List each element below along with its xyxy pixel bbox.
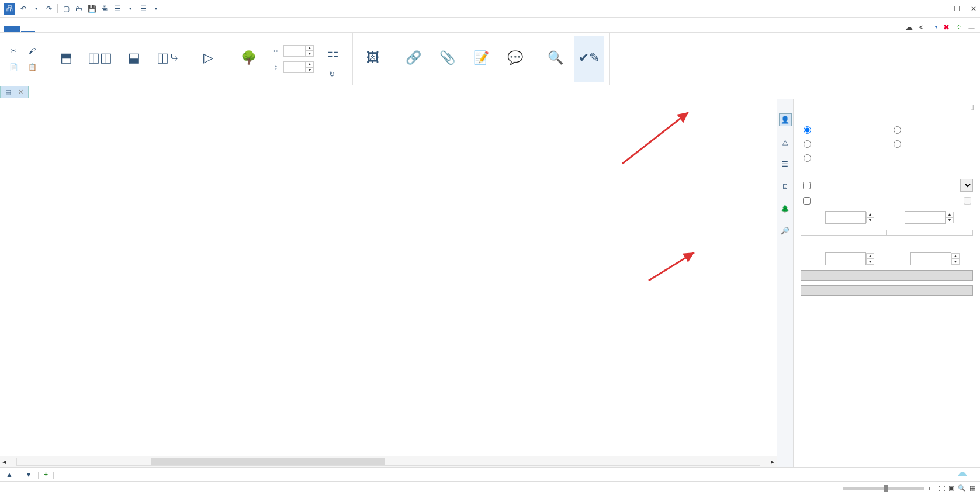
zoom-magnify-icon[interactable]: 🔍 [958,484,966,492]
fit-page-icon[interactable]: ▣ [948,484,954,492]
photo-pos-select[interactable] [960,179,973,192]
width-input[interactable] [283,45,306,57]
pin-icon[interactable]: ✖ [943,23,950,32]
insert-link-button[interactable]: 🔗 [398,36,428,82]
tab-page-style[interactable] [36,26,50,32]
insert-parent-button[interactable]: ⬒ [51,36,81,82]
spell-check-button[interactable]: ✔✎ [574,36,604,82]
ribbon-clipboard-group: ✂ 🖌 📄 📋 [0,33,46,85]
tab-data[interactable] [51,26,65,32]
side-toolstrip: 👤 △ ☰ 🗓 🌲 🔎 [777,99,793,467]
copy-icon[interactable]: 📄 [6,61,21,74]
insert-attach-button[interactable]: 📎 [432,36,462,82]
undo-icon[interactable]: ↶ [19,4,28,13]
undo-dropdown-icon[interactable]: ▾ [32,4,41,13]
add-page-button[interactable]: + [44,470,48,479]
redo-icon[interactable]: ↷ [44,4,54,13]
indent-icon[interactable]: ☰ [138,4,148,13]
vertical-text-check[interactable] [961,195,973,206]
width-icon: ↔ [268,44,283,57]
page-expand-icon[interactable]: ▲ [4,470,15,479]
ribbon-select-group: ▷ [188,33,228,85]
close-tab-icon[interactable]: ✕ [18,88,23,96]
fields-icon[interactable]: ☰ [779,158,792,171]
tab-view[interactable] [97,26,111,32]
radio-selected-shape[interactable] [801,124,884,134]
height-spinner[interactable]: ↕ ▲▼ [268,61,314,74]
radio-same-level[interactable] [891,124,974,134]
app-icon: 品 [4,3,15,15]
login-dropdown-icon[interactable]: ▾ [935,25,937,30]
horizontal-scrollbar[interactable]: ◂ ▸ [0,456,777,467]
col-attr [801,230,844,236]
theme-icon[interactable]: △ [779,136,792,148]
cut-icon[interactable]: ✂ [6,44,21,57]
save-icon[interactable]: 💾 [87,4,96,13]
format-brush-icon[interactable]: 🖌 [25,44,40,57]
tab-slides[interactable] [67,26,81,32]
display-options-icon[interactable]: 👤 [779,113,792,126]
file-tab[interactable] [4,26,20,32]
layout-field-role[interactable] [801,285,973,296]
svg-line-1 [649,252,694,281]
fit-width-icon[interactable]: ⛶ [939,485,945,492]
tab-help[interactable] [112,26,126,32]
zoom-in-icon[interactable]: + [928,485,931,492]
svg-line-0 [622,112,688,164]
outdent-icon[interactable]: ☰ [113,4,122,13]
box-width-spinner[interactable]: ▲▼ [825,211,874,224]
insert-assistant-button[interactable]: ◫⤷ [153,36,183,82]
radio-whole-branch[interactable] [891,139,974,148]
tab-start[interactable] [21,25,35,32]
new-icon[interactable]: ▢ [61,4,71,13]
insert-sibling-button[interactable]: ◫◫ [85,36,115,82]
keep-size-check[interactable] [801,195,812,206]
optimize-layout-button[interactable]: ⚏ [318,40,348,69]
calendar-icon[interactable]: 🗓 [779,180,792,193]
find-replace-button[interactable]: 🔍 [540,36,570,82]
window-controls: — ☐ ✕ [936,5,976,13]
layout-field-name[interactable] [801,270,973,281]
print-icon[interactable]: 🖶 [100,4,109,13]
cloud-icon[interactable]: ☁ [905,23,913,32]
insert-photo-button[interactable]: 🖼 [358,36,388,82]
reset-button[interactable]: ↻ [329,70,337,78]
share-icon[interactable]: < [919,23,923,32]
canvas[interactable] [0,99,777,456]
panel-pin-icon[interactable]: ▯ [970,103,974,111]
show-photo-check[interactable] [801,180,812,191]
zoom-slider[interactable] [843,487,924,490]
select-button[interactable]: ▷ [193,36,223,82]
overview-icon[interactable]: ▦ [969,484,975,492]
layout-button[interactable]: 🌳 [233,36,264,82]
radio-same-branch-peers[interactable] [801,139,884,148]
radio-whole-chart[interactable] [801,153,884,162]
insert-comment-button[interactable]: 💬 [500,36,530,82]
page-dropdown-icon[interactable]: ▾ [25,470,33,479]
scroll-left-icon[interactable]: ◂ [0,458,8,466]
apps-icon[interactable]: ⁘ [955,23,962,32]
document-tab[interactable]: ▤ ✕ [0,86,29,98]
open-icon[interactable]: 🗁 [74,4,84,13]
paste-icon[interactable]: 📋 [25,61,40,74]
scrollbar-thumb[interactable] [151,458,385,465]
search-panel-icon[interactable]: 🔎 [779,224,792,237]
apply-to-section [794,115,980,169]
box-height-spinner[interactable]: ▲▼ [905,211,954,224]
v-spinner[interactable]: ▲▼ [825,252,874,265]
h-spinner[interactable]: ▲▼ [910,252,960,265]
tab-tasks[interactable] [82,26,96,32]
zoom-out-icon[interactable]: − [835,485,839,492]
collapse-ribbon-icon[interactable]: ㅡ [968,22,975,32]
scroll-right-icon[interactable]: ▸ [768,458,777,466]
maximize-button[interactable]: ☐ [954,5,960,13]
close-button[interactable]: ✕ [971,5,976,13]
minimize-button[interactable]: — [936,5,943,13]
insert-child-button[interactable]: ⬓ [119,36,149,82]
indent-dropdown-icon[interactable]: ▾ [151,4,161,13]
outdent-dropdown-icon[interactable]: ▾ [126,4,135,13]
tree-icon[interactable]: 🌲 [779,202,792,215]
insert-note-button[interactable]: 📝 [466,36,496,82]
height-input[interactable] [283,61,306,73]
width-spinner[interactable]: ↔ ▲▼ [268,44,314,57]
